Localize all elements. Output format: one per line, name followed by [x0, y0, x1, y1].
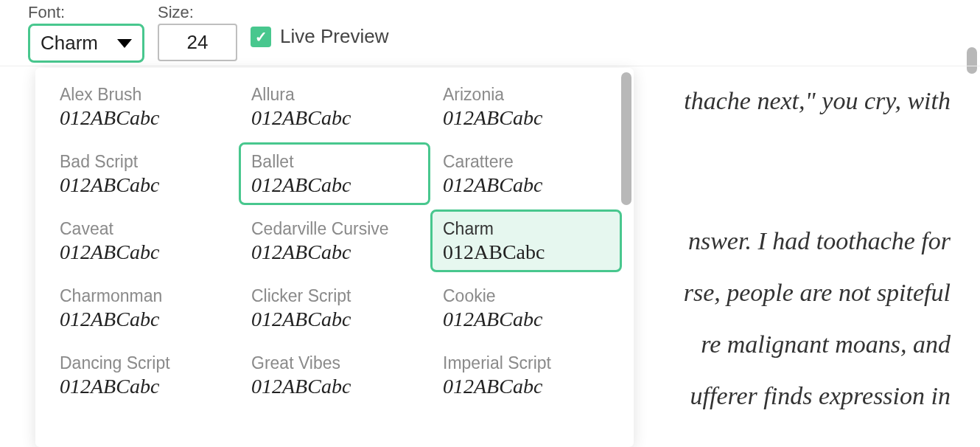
font-item-name: Caveat [60, 219, 226, 239]
checkmark-icon: ✓ [255, 28, 267, 46]
font-item-sample: 012ABCabc [60, 106, 226, 130]
font-item-sample: 012ABCabc [443, 106, 609, 130]
font-item-name: Clicker Script [251, 286, 418, 306]
font-item-sample: 012ABCabc [251, 308, 418, 331]
font-item-sample: 012ABCabc [60, 375, 226, 398]
preview-line: thache next," you cry, with [684, 74, 951, 129]
font-item[interactable]: Ballet012ABCabc [239, 142, 430, 205]
font-field-group: Font: Charm [28, 3, 144, 63]
preview-line: ufferer finds expression in [690, 369, 951, 424]
font-item-sample: 012ABCabc [60, 240, 226, 264]
font-item[interactable]: Cookie012ABCabc [430, 277, 622, 339]
font-item[interactable]: Allura012ABCabc [239, 75, 430, 138]
toolbar: Font: Charm Size: 24 ✓ Live Preview [0, 0, 980, 66]
font-item[interactable]: Alex Brush012ABCabc [47, 75, 239, 138]
font-item[interactable]: Bad Script012ABCabc [47, 142, 239, 205]
font-item-name: Allura [251, 85, 418, 105]
font-item-name: Bad Script [60, 152, 226, 172]
font-select[interactable]: Charm [28, 24, 144, 63]
font-item[interactable]: Clicker Script012ABCabc [239, 277, 430, 339]
font-select-value: Charm [41, 32, 98, 55]
preview-line: rse, people are not spiteful [684, 266, 951, 321]
font-item[interactable]: Cedarville Cursive012ABCabc [239, 209, 430, 272]
font-item-name: Imperial Script [443, 353, 609, 373]
live-preview-label: Live Preview [280, 25, 388, 48]
font-item[interactable]: Carattere012ABCabc [430, 142, 622, 205]
font-item-sample: 012ABCabc [443, 240, 609, 264]
font-item-sample: 012ABCabc [251, 106, 418, 130]
live-preview-group: ✓ Live Preview [251, 25, 388, 48]
font-item[interactable]: Great Vibes012ABCabc [239, 344, 430, 406]
font-item-name: Charmonman [60, 286, 226, 306]
font-item-name: Great Vibes [251, 353, 418, 373]
dropdown-scrollbar[interactable] [621, 72, 631, 205]
font-item[interactable]: Dancing Script012ABCabc [47, 344, 239, 406]
font-dropdown-panel: Alex Brush012ABCabcAllura012ABCabcArizon… [35, 68, 634, 447]
preview-line: nswer. I had toothache for [688, 214, 951, 269]
font-item-sample: 012ABCabc [443, 308, 609, 331]
font-item[interactable]: Caveat012ABCabc [47, 209, 239, 272]
font-item-name: Alex Brush [60, 85, 226, 105]
size-input[interactable]: 24 [158, 24, 237, 61]
font-grid: Alex Brush012ABCabcAllura012ABCabcArizon… [35, 68, 634, 414]
font-item-name: Cookie [443, 286, 609, 306]
preview-line: re malignant moans, and [701, 317, 951, 372]
font-item-name: Charm [443, 219, 609, 239]
chevron-down-icon [117, 39, 132, 48]
font-item-sample: 012ABCabc [251, 173, 418, 197]
size-label: Size: [158, 3, 237, 22]
size-field-group: Size: 24 [158, 3, 237, 61]
live-preview-checkbox[interactable]: ✓ [251, 27, 271, 47]
font-label: Font: [28, 3, 144, 22]
font-item-sample: 012ABCabc [60, 308, 226, 331]
font-item-sample: 012ABCabc [251, 375, 418, 398]
font-item-name: Carattere [443, 152, 609, 172]
font-item-sample: 012ABCabc [251, 240, 418, 264]
font-item-sample: 012ABCabc [443, 173, 609, 197]
font-item[interactable]: Charmonman012ABCabc [47, 277, 239, 339]
font-item-name: Dancing Script [60, 353, 226, 373]
font-item-sample: 012ABCabc [443, 375, 609, 398]
font-item-sample: 012ABCabc [60, 173, 226, 197]
font-item[interactable]: Arizonia012ABCabc [430, 75, 622, 138]
font-item-name: Arizonia [443, 85, 609, 105]
font-item[interactable]: Imperial Script012ABCabc [430, 344, 622, 406]
font-item[interactable]: Charm012ABCabc [430, 209, 622, 272]
font-item-name: Ballet [251, 152, 418, 172]
font-item-name: Cedarville Cursive [251, 219, 418, 239]
